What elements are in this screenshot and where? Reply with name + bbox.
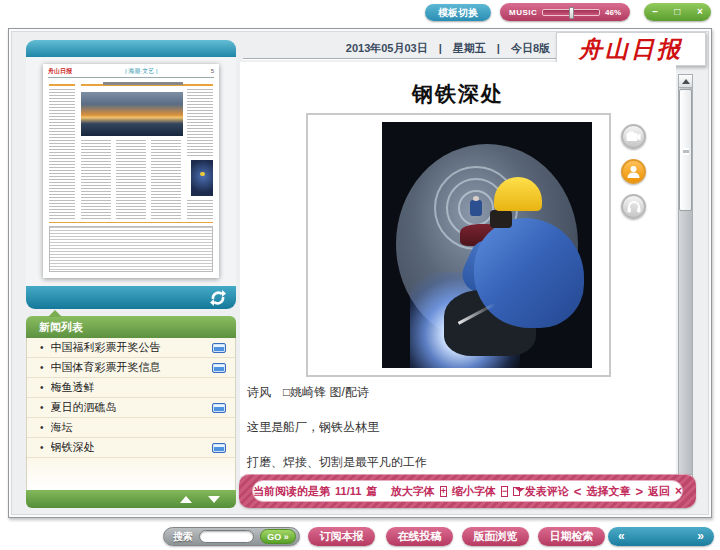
minimize-icon[interactable]: – [652, 3, 658, 21]
date-search-button[interactable]: 日期检索 [538, 527, 605, 546]
news-item-label: 海坛 [51, 420, 226, 435]
news-item[interactable]: • 钢铁深处 [27, 438, 235, 458]
article-text-line: 这里是船厂，钢铁丛林里 [247, 419, 379, 436]
thumbnail-welder-photo [191, 160, 213, 196]
news-item[interactable]: • 梅鱼透鲜 [27, 378, 235, 398]
refresh-icon[interactable] [209, 289, 227, 307]
close-icon[interactable]: × [697, 3, 703, 21]
news-item[interactable]: • 中国体育彩票开奖信息 [27, 358, 235, 378]
news-list-filler [26, 458, 236, 490]
thumbnail-hero-image [81, 92, 183, 136]
article-scrollbar[interactable] [678, 74, 693, 488]
news-item-label: 钢铁深处 [51, 440, 212, 455]
select-article-button[interactable]: 选择文章 [586, 484, 630, 499]
thumbnail-headline [103, 82, 183, 85]
thumbnail-panel-bottom-bar [26, 286, 236, 309]
scrollbar-thumb[interactable] [679, 89, 692, 211]
header-divider [243, 58, 556, 60]
thumbnail-masthead: 舟山日报 [48, 67, 72, 76]
music-label: MUSIC [509, 8, 537, 17]
thumbnail-text-column [187, 89, 213, 157]
person-icon [627, 165, 640, 178]
scroll-up-icon[interactable] [679, 75, 692, 88]
thumb-grip [683, 148, 689, 155]
template-switch-button[interactable]: 模板切换 [425, 4, 491, 21]
maximize-icon[interactable]: □ [674, 3, 680, 21]
music-control[interactable]: MUSIC 46% [500, 3, 630, 21]
thumbnail-page-number: 5 [211, 68, 214, 74]
music-volume-value: 46% [605, 8, 621, 17]
news-list-title: 新闻列表 [26, 316, 236, 338]
photo-mode-button[interactable] [621, 124, 646, 149]
image-icon [212, 443, 226, 453]
online-submission-button[interactable]: 在线投稿 [386, 527, 453, 546]
news-item[interactable]: • 夏日的泗礁岛 [27, 398, 235, 418]
thumbnail-text-column [151, 140, 181, 219]
bullet-dot: • [40, 422, 44, 433]
back-close-icon[interactable]: × [675, 484, 682, 498]
window-controls: – □ × [644, 3, 711, 21]
shrink-font-button[interactable]: 缩小字体 [452, 484, 496, 499]
news-item[interactable]: • 海坛 [27, 418, 235, 438]
reading-status-bar: 当前阅读的是第 11/11 篇 放大字体 + 缩小字体 − 发表评论 < 选择文… [239, 474, 696, 508]
headphones-icon [627, 200, 641, 213]
news-list-notch [48, 310, 62, 317]
search-label: 搜索 [173, 530, 193, 544]
comment-icon[interactable] [513, 487, 520, 496]
list-up-icon[interactable] [180, 496, 192, 503]
reading-status-text: 当前阅读的是第 [253, 484, 330, 499]
image-icon [212, 343, 226, 353]
news-item[interactable]: • 中国福利彩票开奖公告 [27, 338, 235, 358]
image-icon [212, 403, 226, 413]
paper-name: 舟山日报 [579, 34, 683, 65]
masthead-logo: 舟山日报 [556, 32, 706, 66]
article-media-buttons [621, 124, 646, 219]
author-read-button[interactable] [621, 159, 646, 184]
thumbnail-text-column [187, 200, 213, 220]
bullet-dot: • [40, 342, 44, 353]
prev-article-icon[interactable]: < [574, 484, 582, 499]
search-bar: 搜索 GO » [163, 527, 300, 546]
enlarge-font-button[interactable]: 放大字体 [391, 484, 435, 499]
music-slider-thumb[interactable] [569, 7, 574, 19]
thumbnail-text-column [116, 140, 146, 219]
back-button[interactable]: 返回 [648, 484, 670, 499]
audio-button[interactable] [621, 194, 646, 219]
newspaper-page-thumbnail[interactable]: 舟山日报 | 海潮·文艺 | 5 [43, 64, 219, 278]
thumbnail-rule [49, 222, 213, 223]
pager-next-icon[interactable]: » [697, 527, 704, 546]
news-item-label: 夏日的泗礁岛 [51, 400, 212, 415]
news-list-footer [26, 490, 236, 508]
list-down-icon[interactable] [208, 496, 220, 503]
camera-icon [626, 131, 641, 142]
music-slider[interactable] [542, 9, 600, 16]
thumbnail-text-column [81, 140, 111, 219]
enlarge-font-icon[interactable]: + [440, 486, 447, 497]
page-browse-button[interactable]: 版面浏览 [462, 527, 529, 546]
reading-index: 11/11 [335, 485, 361, 497]
article-photo-frame [306, 113, 611, 377]
next-article-icon[interactable]: > [635, 484, 643, 499]
thumbnail-section-title: | 海潮·文艺 | [125, 67, 157, 76]
shrink-font-icon[interactable]: − [501, 486, 508, 497]
reading-status-inner: 当前阅读的是第 11/11 篇 放大字体 + 缩小字体 − 发表评论 < 选择文… [252, 480, 683, 502]
article-byline: 诗风 □姚崎锋 图/配诗 [247, 384, 369, 401]
bullet-dot: • [40, 442, 44, 453]
article-text-line: 打磨、焊接、切割是最平凡的工作 [247, 454, 427, 471]
page-pager: « » [608, 527, 714, 546]
news-list: • 中国福利彩票开奖公告 • 中国体育彩票开奖信息 • 梅鱼透鲜 • 夏日的泗礁… [26, 338, 236, 458]
thumbnail-panel-body: 舟山日报 | 海潮·文艺 | 5 [26, 57, 236, 286]
bullet-dot: • [40, 382, 44, 393]
welder-photo [382, 122, 592, 368]
pager-prev-icon[interactable]: « [618, 527, 625, 546]
article-panel: 钢铁深处 [240, 62, 676, 476]
issue-date: 2013年05月03日 | 星期五 | 今日8版 [290, 41, 550, 56]
search-input[interactable] [199, 530, 254, 543]
subscribe-button[interactable]: 订阅本报 [308, 527, 375, 546]
news-list-panel: 新闻列表 • 中国福利彩票开奖公告 • 中国体育彩票开奖信息 • 梅鱼透鲜 • … [26, 316, 236, 508]
post-comment-button[interactable]: 发表评论 [525, 484, 569, 499]
thumbnail-rule [49, 84, 75, 86]
search-go-button[interactable]: GO » [260, 529, 296, 544]
news-item-label: 梅鱼透鲜 [51, 380, 226, 395]
news-item-label: 中国福利彩票开奖公告 [51, 340, 212, 355]
